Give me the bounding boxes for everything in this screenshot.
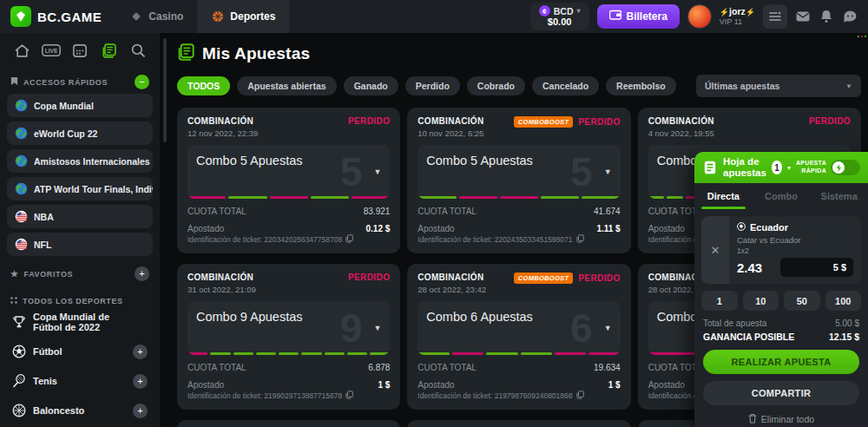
sort-dropdown[interactable]: Últimas apuestas ▼ xyxy=(696,75,861,97)
sidebar-item-amistosos-internacionales[interactable]: Amistosos Internacionales xyxy=(7,149,153,173)
selection-odds: 2.43 xyxy=(737,260,762,275)
home-icon[interactable] xyxy=(12,42,31,59)
top-navbar: BC.GAME Casino Deportes ¢ BCD ▾ $0.00 xyxy=(0,0,868,33)
casino-diamond-icon xyxy=(129,10,143,23)
stake-label: Apostado xyxy=(418,224,454,233)
clear-all-button[interactable]: Eliminar todo xyxy=(694,413,868,425)
copy-icon[interactable] xyxy=(576,391,584,401)
live-icon[interactable]: LIVE xyxy=(42,42,61,59)
trophy-icon xyxy=(12,315,26,329)
combo-count: 5 xyxy=(570,152,593,192)
share-button[interactable]: COMPARTIR xyxy=(703,381,859,405)
avatar[interactable] xyxy=(687,4,712,29)
all-sports-header: TODOS LOS DEPORTES xyxy=(10,297,149,305)
filter-perdido[interactable]: Perdido xyxy=(405,76,460,95)
copy-icon[interactable] xyxy=(345,391,353,401)
combo-title: Combo 6 Apuestas xyxy=(426,310,533,324)
filter-reembolso[interactable]: Reembolso xyxy=(606,76,676,95)
betslip-collapse-icon[interactable]: ▾ xyxy=(787,164,791,172)
chat-icon[interactable] xyxy=(842,9,858,24)
combo-summary[interactable]: Combo 5 Apuestas 5 ▼ xyxy=(187,145,390,199)
bet-type: COMBINACIÓN xyxy=(418,116,483,126)
copy-icon[interactable] xyxy=(576,234,584,245)
star-icon: ★ xyxy=(10,269,19,279)
copy-icon[interactable] xyxy=(345,234,353,245)
bet-type: COMBINACIÓN xyxy=(187,273,256,282)
expand-sport-button[interactable]: + xyxy=(133,374,148,389)
currency-selector[interactable]: ¢ BCD ▾ $0.00 xyxy=(530,3,589,30)
betslip-tab-directa[interactable]: Directa xyxy=(694,183,753,209)
sidebar-item-atp-world-tour-finals-indiv-masc-[interactable]: ATP World Tour Finals, Indiv. Masc. xyxy=(7,177,153,200)
sidebar-scrollbar[interactable] xyxy=(161,33,168,427)
search-icon[interactable] xyxy=(128,42,148,59)
tab-deportes[interactable]: Deportes xyxy=(197,0,289,33)
filter-pills: TODOSApuestas abiertasGanadoPerdidoCobra… xyxy=(177,76,676,95)
soccer-icon xyxy=(12,345,26,358)
combo-summary[interactable]: Combo 9 Apuestas 9 ▼ xyxy=(187,301,390,355)
filter-cancelado[interactable]: Cancelado xyxy=(532,76,599,95)
tab-casino-label: Casino xyxy=(148,10,183,23)
sidebar-sport-baloncesto[interactable]: Baloncesto + xyxy=(7,397,153,424)
expand-sport-button[interactable]: + xyxy=(133,404,148,418)
tab-casino[interactable]: Casino xyxy=(115,0,197,33)
quick-amount-50[interactable]: 50 xyxy=(784,291,820,311)
notifications-bell-icon[interactable] xyxy=(819,9,834,24)
filter-todos[interactable]: TODOS xyxy=(177,76,230,95)
possible-win-label: GANANCIA POSIBLE xyxy=(703,332,794,342)
leg-results-bar xyxy=(418,196,620,199)
sidebar-item-label: NFL xyxy=(34,240,51,250)
quick-amount-100[interactable]: 100 xyxy=(825,291,862,311)
stake-input[interactable] xyxy=(780,258,853,277)
place-bet-button[interactable]: REALIZAR APUESTA xyxy=(703,350,859,374)
filters-row: TODOSApuestas abiertasGanadoPerdidoCobra… xyxy=(170,64,868,97)
filter-apuestas-abiertas[interactable]: Apuestas abiertas xyxy=(237,76,336,95)
combo-summary[interactable]: Combo 5 Apuestas 5 ▼ xyxy=(418,145,620,199)
add-favorite-button[interactable]: + xyxy=(135,266,149,281)
sidebar-sport-f-tbol[interactable]: Fútbol + xyxy=(7,338,153,365)
stake-label: Apostado xyxy=(648,224,685,233)
sport-label: Fútbol xyxy=(33,346,62,357)
scrollbar-thumb[interactable] xyxy=(163,38,167,142)
cuota-value: 19.634 xyxy=(594,363,621,372)
quick-amount-10[interactable]: 10 xyxy=(743,291,779,311)
chevron-down-icon[interactable]: ▼ xyxy=(604,168,612,176)
chevron-down-icon[interactable]: ▼ xyxy=(373,324,381,332)
quick-bet-label-1: APUESTA xyxy=(796,160,826,166)
combo-summary[interactable]: Combo 6 Apuestas 6 ▼ xyxy=(418,301,620,355)
sort-selected-value: Últimas apuestas xyxy=(705,81,779,91)
filter-cobrado[interactable]: Cobrado xyxy=(467,76,525,95)
sidebar-item-copa-mundial[interactable]: Copa Mundial xyxy=(7,94,153,117)
quick-bet-toggle[interactable] xyxy=(831,160,860,175)
betslip-tab-combo[interactable]: Combo xyxy=(753,183,811,209)
my-bets-icon[interactable] xyxy=(100,42,119,59)
bcd-coin-icon: ¢ xyxy=(539,5,550,16)
sidebar-sport-tenis[interactable]: Tenis + xyxy=(7,368,153,394)
us-flag-icon xyxy=(14,210,28,224)
schedule-icon[interactable] xyxy=(70,42,89,59)
globe-icon xyxy=(14,182,28,196)
user-info[interactable]: ⚡jorz⚡ VIP 11 xyxy=(720,6,755,27)
leg-results-bar xyxy=(418,352,620,355)
messages-icon[interactable] xyxy=(795,9,811,24)
remove-selection-button[interactable]: ✕ xyxy=(701,216,729,284)
sidebar-item-eworld-cup-22[interactable]: eWorld Cup 22 xyxy=(7,122,153,145)
bet-type: COMBINACIÓN xyxy=(648,116,714,126)
sidebar-item-nfl[interactable]: NFL xyxy=(7,233,153,256)
betslip-list-button[interactable] xyxy=(763,4,787,29)
chevron-down-icon[interactable]: ▼ xyxy=(604,324,612,332)
globe-icon xyxy=(14,127,28,141)
status-badge: PERDIDO xyxy=(578,273,620,283)
status-badge: PERDIDO xyxy=(809,116,851,126)
sports-list: Copa Mundial de Fútbol de 2022 Fútbol + … xyxy=(7,309,153,424)
expand-sport-button[interactable]: + xyxy=(133,345,148,359)
betslip-tab-sistema[interactable]: Sistema xyxy=(810,183,868,209)
sidebar-item-nba[interactable]: NBA xyxy=(7,205,153,228)
wallet-button[interactable]: Billetera xyxy=(597,4,680,29)
chevron-down-icon[interactable]: ▼ xyxy=(373,168,381,176)
cuota-value: 6.878 xyxy=(368,363,390,372)
quick-amount-1[interactable]: 1 xyxy=(701,291,738,311)
collapse-quick-access-button[interactable]: − xyxy=(135,75,149,89)
logo[interactable]: BC.GAME xyxy=(0,6,115,27)
sidebar-sport-copa-mundial-de-f-tbol-de-2022[interactable]: Copa Mundial de Fútbol de 2022 xyxy=(7,309,153,335)
filter-ganado[interactable]: Ganado xyxy=(344,76,398,95)
